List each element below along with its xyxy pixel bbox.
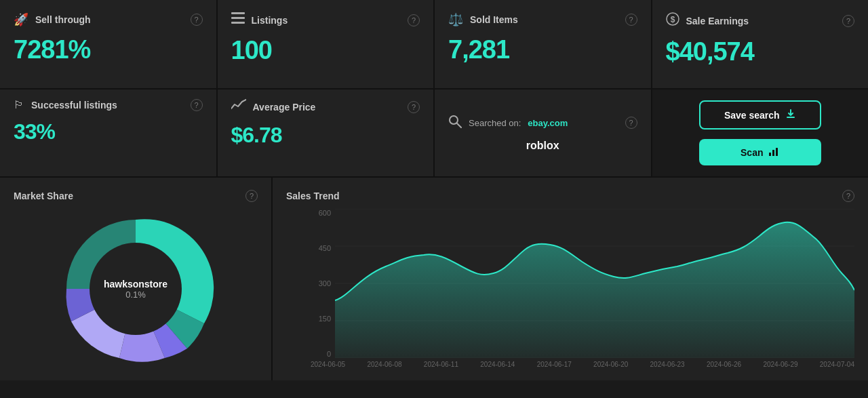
actions-card: Save search Scan <box>652 89 869 176</box>
searched-site: ebay.com <box>528 118 568 128</box>
x-label-7: 2024-06-26 <box>707 361 741 368</box>
sales-trend-card: Sales Trend ? 600 450 300 150 0 <box>273 178 868 380</box>
sale-earnings-value: $40,574 <box>666 37 855 66</box>
search-info-title-row: Searched on: ebay.com <box>448 115 568 132</box>
listings-header: Listings ? <box>231 12 420 28</box>
x-label-0: 2024-06-05 <box>311 361 345 368</box>
successful-listings-header: 🏳 Successful listings ? <box>14 99 203 111</box>
svg-text:$: $ <box>670 15 675 24</box>
scan-button[interactable]: Scan <box>699 139 821 165</box>
market-share-title-row: Market Share ? <box>14 190 258 202</box>
average-price-help-icon[interactable]: ? <box>408 101 420 113</box>
bottom-grid: Market Share ? <box>0 178 868 380</box>
search-help-icon[interactable]: ? <box>625 117 637 129</box>
trend-svg <box>335 209 854 358</box>
donut-center-pct: 0.1% <box>98 289 173 299</box>
listings-value: 100 <box>231 36 420 65</box>
average-price-title-row: Average Price <box>231 99 316 115</box>
x-label-5: 2024-06-20 <box>593 361 628 368</box>
average-price-label: Average Price <box>253 102 316 113</box>
sell-through-label: Sell through <box>35 14 91 25</box>
flag-icon: 🏳 <box>14 99 24 111</box>
sale-earnings-help-icon[interactable]: ? <box>842 15 854 27</box>
svg-rect-9 <box>772 150 774 156</box>
successful-listings-label: Successful listings <box>31 100 117 111</box>
sold-items-label: Sold Items <box>470 14 518 25</box>
middle-metrics-grid: 🏳 Successful listings ? 33% Average Pric… <box>0 89 868 178</box>
gavel-icon: ⚖️ <box>448 12 463 27</box>
search-info-card: Searched on: ebay.com ? roblox <box>435 89 651 176</box>
svg-line-6 <box>457 123 461 127</box>
successful-listings-value: 33% <box>14 119 203 144</box>
trend-icon <box>231 99 246 115</box>
sold-items-help-icon[interactable]: ? <box>625 14 637 26</box>
market-share-card: Market Share ? <box>0 178 271 380</box>
sold-items-title-row: ⚖️ Sold Items <box>448 12 518 27</box>
listings-help-icon[interactable]: ? <box>408 14 420 26</box>
y-axis: 600 450 300 150 0 <box>311 209 331 358</box>
y-label-150: 150 <box>311 315 331 323</box>
svg-point-5 <box>450 116 458 124</box>
search-info-header: Searched on: ebay.com ? <box>448 115 637 132</box>
sell-through-help-icon[interactable]: ? <box>191 14 203 26</box>
scan-label: Scan <box>741 147 763 158</box>
x-label-1: 2024-06-08 <box>367 361 401 368</box>
market-share-title: Market Share <box>14 191 73 201</box>
sold-items-card: ⚖️ Sold Items ? 7,281 <box>435 0 651 88</box>
bar-chart-icon <box>768 146 779 159</box>
chart-area: 600 450 300 150 0 <box>311 209 854 358</box>
donut-wrapper: hawksonstore 0.1% <box>54 207 217 370</box>
successful-listings-help-icon[interactable]: ? <box>191 99 203 111</box>
svg-rect-2 <box>231 22 245 24</box>
listings-icon <box>231 12 245 28</box>
sale-earnings-card: $ Sale Earnings ? $40,574 <box>652 0 869 88</box>
market-share-help-icon[interactable]: ? <box>245 190 258 202</box>
download-icon <box>785 108 796 121</box>
svg-rect-1 <box>231 17 245 19</box>
svg-rect-8 <box>769 153 771 156</box>
x-label-4: 2024-06-17 <box>537 361 572 368</box>
average-price-header: Average Price ? <box>231 99 420 115</box>
search-query: roblox <box>448 140 637 152</box>
sales-trend-help-icon[interactable]: ? <box>842 190 854 202</box>
sales-trend-title-row: Sales Trend ? <box>286 190 854 202</box>
donut-chart-container: hawksonstore 0.1% <box>14 209 258 368</box>
sale-earnings-header: $ Sale Earnings ? <box>666 12 855 29</box>
save-search-button[interactable]: Save search <box>699 100 821 130</box>
y-label-0: 0 <box>311 350 331 358</box>
sold-items-value: 7,281 <box>448 35 637 64</box>
listings-card: Listings ? 100 <box>218 0 434 88</box>
dollar-circle-icon: $ <box>666 12 679 29</box>
sell-through-header: 🚀 Sell through ? <box>14 12 203 27</box>
svg-rect-0 <box>231 12 245 14</box>
y-label-450: 450 <box>311 244 331 252</box>
x-axis: 2024-06-05 2024-06-08 2024-06-11 2024-06… <box>311 361 854 368</box>
sale-earnings-label: Sale Earnings <box>686 16 749 26</box>
search-icon <box>448 115 462 132</box>
average-price-card: Average Price ? $6.78 <box>218 89 434 176</box>
average-price-value: $6.78 <box>231 123 420 148</box>
y-label-300: 300 <box>311 279 331 287</box>
listings-label: Listings <box>252 15 288 26</box>
x-label-9: 2024-07-04 <box>820 361 854 368</box>
sell-through-value: 7281% <box>14 35 203 64</box>
x-label-3: 2024-06-14 <box>480 361 515 368</box>
x-label-8: 2024-06-29 <box>763 361 797 368</box>
chart-wrapper: 600 450 300 150 0 <box>286 209 854 368</box>
sell-through-card: 🚀 Sell through ? 7281% <box>0 0 216 88</box>
top-metrics-grid: 🚀 Sell through ? 7281% Listings ? 100 <box>0 0 868 89</box>
svg-rect-7 <box>787 117 795 118</box>
sold-items-header: ⚖️ Sold Items ? <box>448 12 637 27</box>
successful-listings-card: 🏳 Successful listings ? 33% <box>0 89 216 176</box>
y-label-600: 600 <box>311 209 331 217</box>
searched-on-label: Searched on: <box>469 118 521 128</box>
save-search-label: Save search <box>724 110 780 121</box>
successful-listings-title-row: 🏳 Successful listings <box>14 99 117 111</box>
x-label-2: 2024-06-11 <box>424 361 458 368</box>
listings-title-row: Listings <box>231 12 288 28</box>
sales-trend-title: Sales Trend <box>286 191 340 201</box>
rocket-icon: 🚀 <box>14 12 28 27</box>
sell-through-title-row: 🚀 Sell through <box>14 12 91 27</box>
donut-center: hawksonstore 0.1% <box>98 278 173 299</box>
donut-center-name: hawksonstore <box>98 278 173 289</box>
